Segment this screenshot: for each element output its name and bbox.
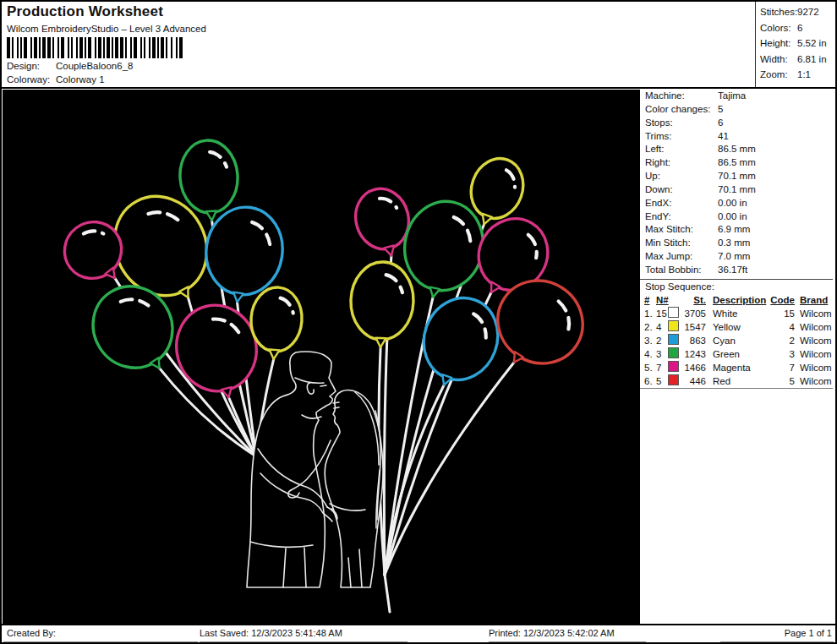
summary-label: Colors: xyxy=(760,20,797,36)
summary-value: 5.52 in xyxy=(797,35,827,52)
stop-row-stitches: 1243 xyxy=(677,347,706,361)
summary-label: Stitches: xyxy=(760,4,797,20)
machine-info-label: Left: xyxy=(640,143,718,156)
machine-info-row: Min Stitch:0.3 mm xyxy=(640,237,835,250)
machine-info-value: 70.1 mm xyxy=(718,183,756,197)
couple-detail-line xyxy=(333,402,339,403)
stop-row-code: 5 xyxy=(765,374,795,388)
machine-info-label: Down: xyxy=(640,183,718,197)
footer-printed: Printed: 12/3/2023 5:42:02 AM xyxy=(489,627,646,642)
stop-column-header: St. xyxy=(677,293,706,307)
stop-column-header: N# xyxy=(656,293,669,307)
summary-row: Zoom:1:1 xyxy=(760,67,834,83)
stop-column-header: Description xyxy=(713,293,766,307)
stop-row-code: 7 xyxy=(765,361,795,374)
production-worksheet-page: Production Worksheet Wilcom EmbroiderySt… xyxy=(0,0,837,644)
balloon-cyan xyxy=(410,287,509,397)
summary-row: Stitches:9272 xyxy=(760,4,834,20)
stop-sequence-row: 6.5446Red5Wilcom xyxy=(640,374,833,388)
stop-row-brand: Wilcom xyxy=(800,374,832,388)
stop-row-description: Yellow xyxy=(713,320,741,334)
stop-sequence-row: 5.71466Magenta7Wilcom xyxy=(640,361,833,374)
footer-last-saved: Last Saved: 12/3/2023 5:41:48 AM xyxy=(200,627,408,642)
balloon-body xyxy=(349,261,414,341)
stop-sequence-rule xyxy=(640,279,833,280)
machine-info-value: 0.00 in xyxy=(718,197,747,210)
stop-row-brand: Wilcom xyxy=(800,320,832,334)
balloon-knot xyxy=(206,210,217,221)
machine-info-value: 5 xyxy=(718,103,723,117)
stop-row-index: 4. xyxy=(644,347,653,361)
machine-info-label: Right: xyxy=(640,156,718,170)
footer-created-by: Created By: xyxy=(3,627,198,642)
string-tail xyxy=(385,575,390,612)
couple-detail-line xyxy=(320,385,326,386)
machine-info-value: 36.17ft xyxy=(718,264,747,277)
stop-sequence-table: #N#St.DescriptionCodeBrand1.153705White1… xyxy=(640,293,833,389)
stop-row-stitches: 3705 xyxy=(677,307,706,320)
stop-column-header: Brand xyxy=(800,293,828,307)
stop-row-index: 3. xyxy=(644,334,653,347)
machine-info-row: Max Stitch:6.9 mm xyxy=(640,223,835,237)
machine-info-label: EndY: xyxy=(640,210,718,224)
balloon-knot xyxy=(269,349,280,359)
stop-row-stitches: 863 xyxy=(677,334,706,347)
summary-row: Height:5.52 in xyxy=(760,35,834,52)
machine-info-row: EndX:0.00 in xyxy=(640,197,835,210)
machine-info-label: Max Jump: xyxy=(640,250,718,264)
stop-sequence-row: 1.153705White15Wilcom xyxy=(640,307,833,320)
stop-sequence-header: #N#St.DescriptionCodeBrand xyxy=(640,293,833,307)
stop-row-index: 1. xyxy=(644,307,653,320)
colorway-label: Colorway: xyxy=(7,74,50,85)
balloon-knot xyxy=(428,287,440,298)
stop-row-needle: 4 xyxy=(656,320,661,334)
machine-info-label: Color changes: xyxy=(640,103,718,117)
summary-row: Colors:6 xyxy=(760,20,834,36)
stop-row-index: 2. xyxy=(644,320,653,334)
machine-info-value: Tajima xyxy=(718,90,746,103)
machine-info-value: 7.0 mm xyxy=(718,250,750,264)
stop-sequence-row: 2.41547Yellow4Wilcom xyxy=(640,320,833,334)
stop-row-description: Cyan xyxy=(713,334,736,347)
machine-info-label: EndX: xyxy=(640,197,718,210)
balloon-body xyxy=(413,287,509,390)
machine-info-label: Trims: xyxy=(640,130,718,144)
machine-info-label: Max Stitch: xyxy=(640,223,718,237)
design-canvas xyxy=(3,90,640,624)
stop-sequence-label: Stop Sequence: xyxy=(645,281,714,292)
colorway-name: Colorway 1 xyxy=(56,74,105,85)
machine-info-row: Stops:6 xyxy=(640,117,835,130)
stop-row-needle: 5 xyxy=(656,374,661,388)
machine-info-label: Stops: xyxy=(640,117,718,130)
machine-info-value: 0.00 in xyxy=(718,210,747,224)
couple-silhouette xyxy=(325,390,383,587)
machine-info-row: Max Jump:7.0 mm xyxy=(640,250,835,264)
stop-sequence-row: 3.2863Cyan2Wilcom xyxy=(640,334,833,347)
stop-row-index: 6. xyxy=(644,374,653,388)
stop-row-code: 3 xyxy=(765,347,795,361)
stop-row-description: Red xyxy=(713,374,730,388)
stop-row-needle: 2 xyxy=(656,334,661,347)
stop-row-brand: Wilcom xyxy=(800,334,832,347)
stop-column-header: Code xyxy=(765,293,795,307)
machine-info-label: Machine: xyxy=(640,90,718,103)
machine-info-row: Up:70.1 mm xyxy=(640,170,835,183)
page-title: Production Worksheet xyxy=(7,3,163,20)
footer-page-number: Page 1 of 1 xyxy=(720,627,834,642)
machine-info-value: 0.3 mm xyxy=(718,237,750,250)
stop-row-description: White xyxy=(713,307,737,320)
machine-info-value: 86.5 mm xyxy=(718,143,756,156)
stop-row-stitches: 1547 xyxy=(677,320,706,334)
stop-row-needle: 15 xyxy=(656,307,667,320)
machine-info-list: Machine:TajimaColor changes:5Stops:6Trim… xyxy=(640,90,835,277)
app-subtitle: Wilcom EmbroideryStudio – Level 3 Advanc… xyxy=(7,24,206,34)
machine-info-row: Color changes:5 xyxy=(640,103,835,117)
stop-row-code: 15 xyxy=(765,307,795,320)
summary-value: 9272 xyxy=(797,4,819,20)
machine-info-row: Down:70.1 mm xyxy=(640,183,835,197)
balloon-yellow xyxy=(349,261,414,349)
stop-row-brand: Wilcom xyxy=(800,347,832,361)
machine-info-label: Total Bobbin: xyxy=(640,264,718,277)
balloon-knot xyxy=(384,246,396,258)
summary-row: Width:6.81 in xyxy=(760,52,834,68)
